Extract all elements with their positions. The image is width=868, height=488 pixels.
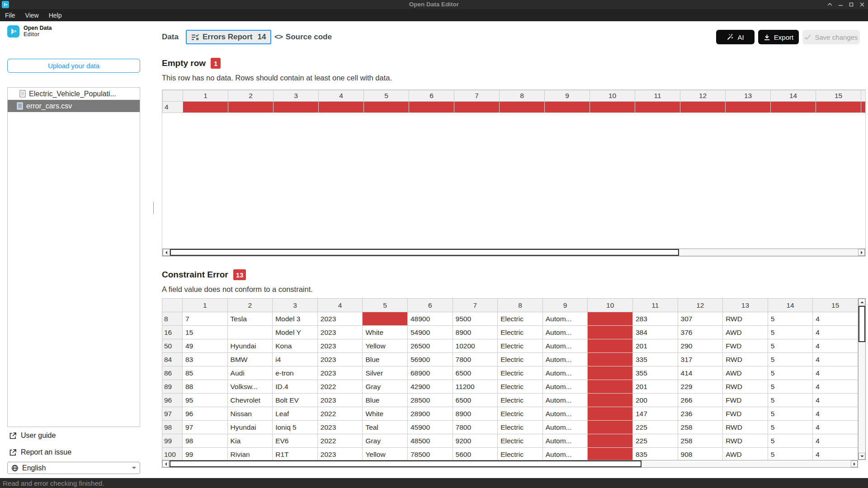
data-cell[interactable]: AWD xyxy=(723,366,768,380)
error-cell[interactable] xyxy=(861,102,866,113)
data-cell[interactable]: 2023 xyxy=(317,394,363,407)
scroll-left-button[interactable] xyxy=(163,249,170,256)
export-button[interactable]: Export xyxy=(758,30,799,44)
data-cell[interactable]: White xyxy=(363,326,408,339)
data-cell[interactable]: 5 xyxy=(768,434,813,448)
data-cell[interactable]: 2022 xyxy=(317,380,363,394)
data-cell[interactable]: Autom... xyxy=(542,312,588,326)
data-cell[interactable]: 225 xyxy=(632,434,678,448)
error-cell[interactable] xyxy=(588,339,633,353)
data-cell[interactable]: Kona xyxy=(273,339,318,353)
data-cell[interactable]: 7800 xyxy=(453,353,498,366)
data-cell[interactable]: 5 xyxy=(768,407,813,421)
data-cell[interactable]: 97 xyxy=(183,421,228,434)
error-cell[interactable] xyxy=(228,102,274,113)
data-cell[interactable]: Autom... xyxy=(542,394,588,407)
data-cell[interactable]: 11200 xyxy=(453,380,498,394)
data-cell[interactable]: RWD xyxy=(723,434,768,448)
data-cell[interactable]: 5 xyxy=(768,380,813,394)
data-cell[interactable]: Electric xyxy=(498,434,543,448)
data-cell[interactable]: 4 xyxy=(813,421,858,434)
error-cell[interactable] xyxy=(545,102,590,113)
horizontal-scrollbar[interactable] xyxy=(162,249,865,256)
data-cell[interactable]: 2023 xyxy=(317,339,363,353)
shade-button[interactable] xyxy=(826,1,833,8)
data-cell[interactable]: White xyxy=(363,407,408,421)
data-cell[interactable]: 201 xyxy=(632,380,678,394)
data-cell[interactable]: 8900 xyxy=(453,407,498,421)
data-cell[interactable]: 200 xyxy=(632,394,678,407)
data-cell[interactable]: 5 xyxy=(768,448,813,460)
data-cell[interactable]: 54900 xyxy=(407,326,453,339)
data-cell[interactable]: ID.4 xyxy=(273,380,318,394)
data-cell[interactable]: 98 xyxy=(183,434,228,448)
data-cell[interactable]: 317 xyxy=(678,353,723,366)
data-cell[interactable]: 5 xyxy=(768,326,813,339)
data-cell[interactable]: 5 xyxy=(768,366,813,380)
data-cell[interactable]: Autom... xyxy=(542,421,588,434)
data-cell[interactable]: Autom... xyxy=(542,366,588,380)
data-cell[interactable]: FWD xyxy=(723,394,768,407)
data-cell[interactable]: 4 xyxy=(813,407,858,421)
data-cell[interactable]: Hyundai xyxy=(227,421,273,434)
data-cell[interactable]: Rivian xyxy=(227,448,273,460)
data-cell[interactable]: 49 xyxy=(183,339,228,353)
data-cell[interactable]: AWD xyxy=(723,448,768,460)
file-item-selected[interactable]: error_cars.csv xyxy=(8,100,140,112)
data-cell[interactable]: 5 xyxy=(768,421,813,434)
data-cell[interactable]: 68900 xyxy=(407,366,453,380)
data-cell[interactable]: 5 xyxy=(768,353,813,366)
data-cell[interactable]: 7 xyxy=(183,312,228,326)
data-cell[interactable] xyxy=(227,326,273,339)
data-cell[interactable]: Yellow xyxy=(363,339,408,353)
data-cell[interactable]: 9200 xyxy=(453,434,498,448)
data-cell[interactable]: 258 xyxy=(678,434,723,448)
data-cell[interactable]: Electric xyxy=(498,448,543,460)
data-cell[interactable]: 5 xyxy=(768,394,813,407)
data-cell[interactable]: 201 xyxy=(632,339,678,353)
data-cell[interactable]: 908 xyxy=(678,448,723,460)
scroll-up-button[interactable] xyxy=(859,299,865,305)
data-cell[interactable]: 225 xyxy=(632,421,678,434)
data-cell[interactable]: RWD xyxy=(723,353,768,366)
data-cell[interactable]: Autom... xyxy=(542,339,588,353)
data-cell[interactable]: 266 xyxy=(678,394,723,407)
data-cell[interactable]: Autom... xyxy=(542,407,588,421)
error-cell[interactable] xyxy=(771,102,816,113)
error-cell[interactable] xyxy=(588,380,633,394)
data-cell[interactable]: 229 xyxy=(678,380,723,394)
data-cell[interactable]: i4 xyxy=(273,353,318,366)
data-cell[interactable]: Autom... xyxy=(542,380,588,394)
data-cell[interactable]: 835 xyxy=(632,448,678,460)
data-cell[interactable]: 355 xyxy=(632,366,678,380)
data-cell[interactable]: 95 xyxy=(183,394,228,407)
upload-data-button[interactable]: Upload your data xyxy=(7,59,140,73)
data-cell[interactable]: 26500 xyxy=(407,339,453,353)
data-cell[interactable]: 96 xyxy=(183,407,228,421)
user-guide-link[interactable]: User guide xyxy=(9,432,56,440)
data-cell[interactable]: 6500 xyxy=(453,394,498,407)
scrollbar-thumb[interactable] xyxy=(170,249,679,256)
scroll-left-button[interactable] xyxy=(162,460,169,467)
data-cell[interactable]: 28900 xyxy=(407,407,453,421)
data-cell[interactable]: FWD xyxy=(723,407,768,421)
menu-view[interactable]: View xyxy=(25,12,39,19)
data-cell[interactable]: 258 xyxy=(678,421,723,434)
data-cell[interactable]: Electric xyxy=(498,353,543,366)
data-cell[interactable]: Autom... xyxy=(542,326,588,339)
data-cell[interactable]: 78500 xyxy=(407,448,453,460)
data-cell[interactable]: Blue xyxy=(363,394,408,407)
data-cell[interactable]: Electric xyxy=(498,312,543,326)
data-cell[interactable]: 2023 xyxy=(317,326,363,339)
data-cell[interactable]: 2023 xyxy=(317,312,363,326)
data-cell[interactable]: 4 xyxy=(813,448,858,460)
tab-data[interactable]: Data xyxy=(162,30,179,44)
data-cell[interactable]: 10200 xyxy=(453,339,498,353)
data-cell[interactable]: 5 xyxy=(768,339,813,353)
data-cell[interactable]: 15 xyxy=(183,326,228,339)
data-cell[interactable]: Model 3 xyxy=(273,312,318,326)
data-cell[interactable]: Yellow xyxy=(363,448,408,460)
maximize-button[interactable] xyxy=(848,1,854,8)
data-cell[interactable]: 6500 xyxy=(453,366,498,380)
data-cell[interactable]: Kia xyxy=(227,434,273,448)
